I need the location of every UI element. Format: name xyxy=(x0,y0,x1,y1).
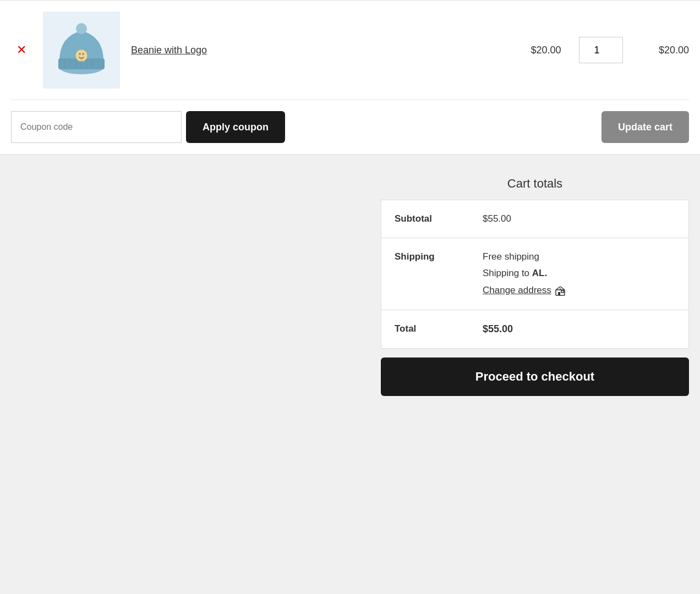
svg-rect-15 xyxy=(561,290,564,293)
change-address-link[interactable]: Change address xyxy=(483,284,567,296)
cart-item-row: ✕ xyxy=(11,1,689,100)
shipping-to-text: Shipping to AL. xyxy=(483,268,675,279)
shipping-row: Shipping Free shipping Shipping to AL. C… xyxy=(381,238,688,310)
cart-section: ✕ xyxy=(0,0,700,155)
total-value: $55.00 xyxy=(483,323,675,335)
svg-line-17 xyxy=(556,287,560,290)
product-image xyxy=(43,12,120,89)
location-icon xyxy=(555,284,567,296)
svg-line-18 xyxy=(560,287,565,290)
totals-table: Subtotal $55.00 Shipping Free shipping S… xyxy=(381,200,689,349)
total-row: Total $55.00 xyxy=(381,310,688,348)
shipping-label: Shipping xyxy=(395,251,483,262)
svg-point-4 xyxy=(79,53,81,55)
subtotal-row: Subtotal $55.00 xyxy=(381,200,688,238)
quantity-input[interactable] xyxy=(579,37,623,63)
product-line-total: $20.00 xyxy=(634,45,689,56)
shipping-value: Free shipping Shipping to AL. Change add… xyxy=(483,251,675,296)
total-label: Total xyxy=(395,323,483,334)
subtotal-label: Subtotal xyxy=(395,213,483,224)
coupon-code-input[interactable] xyxy=(11,111,182,143)
subtotal-value: $55.00 xyxy=(483,213,675,224)
svg-rect-14 xyxy=(558,292,560,295)
svg-point-5 xyxy=(83,53,84,55)
free-shipping-text: Free shipping xyxy=(483,251,675,262)
shipping-state: AL. xyxy=(532,268,547,278)
proceed-to-checkout-button[interactable]: Proceed to checkout xyxy=(381,358,689,396)
page-wrapper: ✕ xyxy=(0,0,700,418)
coupon-row: Apply coupon Update cart xyxy=(11,100,689,154)
beanie-svg xyxy=(54,20,109,80)
cart-totals-section: Cart totals Subtotal $55.00 Shipping Fre… xyxy=(0,155,700,418)
update-cart-button[interactable]: Update cart xyxy=(601,111,689,143)
cart-totals-box: Cart totals Subtotal $55.00 Shipping Fre… xyxy=(381,177,689,396)
remove-item-button[interactable]: ✕ xyxy=(11,44,32,56)
svg-point-2 xyxy=(76,23,87,34)
apply-coupon-button[interactable]: Apply coupon xyxy=(186,111,285,143)
change-address-label: Change address xyxy=(483,285,551,296)
cart-totals-title: Cart totals xyxy=(381,177,689,191)
product-name[interactable]: Beanie with Logo xyxy=(131,45,513,56)
product-unit-price: $20.00 xyxy=(524,45,568,56)
